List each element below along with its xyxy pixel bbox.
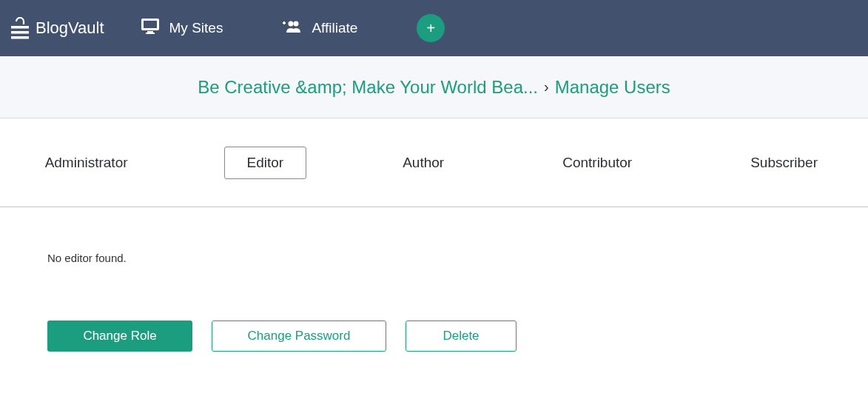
delete-button[interactable]: Delete bbox=[406, 321, 517, 352]
empty-message: No editor found. bbox=[47, 252, 821, 264]
nav-label: Affiliate bbox=[312, 20, 357, 36]
nav-label: My Sites bbox=[169, 20, 223, 36]
change-role-button[interactable]: Change Role bbox=[47, 321, 192, 352]
svg-rect-0 bbox=[11, 26, 29, 29]
group-add-icon bbox=[282, 20, 301, 36]
plus-icon: + bbox=[427, 21, 436, 36]
add-button[interactable]: + bbox=[417, 14, 445, 42]
header: BlogVault My Sites Affiliate bbox=[0, 0, 868, 56]
tab-subscriber[interactable]: Subscriber bbox=[728, 147, 840, 178]
breadcrumb-page[interactable]: Manage Users bbox=[555, 77, 670, 98]
breadcrumb-site[interactable]: Be Creative &amp; Make Your World Bea... bbox=[198, 77, 538, 98]
svg-rect-6 bbox=[147, 31, 153, 33]
svg-rect-2 bbox=[11, 36, 29, 39]
svg-point-9 bbox=[294, 21, 299, 27]
lock-stack-icon bbox=[10, 17, 30, 39]
change-password-button[interactable]: Change Password bbox=[212, 321, 386, 352]
logo[interactable]: BlogVault bbox=[10, 17, 104, 39]
tab-editor[interactable]: Editor bbox=[224, 147, 307, 179]
tab-administrator[interactable]: Administrator bbox=[23, 147, 150, 178]
nav-my-sites[interactable]: My Sites bbox=[141, 19, 223, 38]
role-tabs: Administrator Editor Author Contributor … bbox=[0, 118, 868, 207]
content-area: No editor found. Change Role Change Pass… bbox=[0, 207, 868, 352]
tab-contributor[interactable]: Contributor bbox=[540, 147, 654, 178]
logo-text: BlogVault bbox=[36, 19, 104, 38]
breadcrumb: Be Creative &amp; Make Your World Bea...… bbox=[0, 56, 868, 118]
nav-affiliate[interactable]: Affiliate bbox=[282, 20, 357, 36]
breadcrumb-separator: › bbox=[544, 78, 549, 95]
svg-rect-5 bbox=[144, 21, 157, 28]
svg-rect-1 bbox=[11, 31, 29, 34]
svg-point-8 bbox=[289, 21, 294, 27]
action-buttons: Change Role Change Password Delete bbox=[47, 321, 821, 352]
monitor-icon bbox=[141, 19, 159, 38]
svg-rect-7 bbox=[146, 33, 155, 34]
tab-author[interactable]: Author bbox=[380, 147, 466, 178]
